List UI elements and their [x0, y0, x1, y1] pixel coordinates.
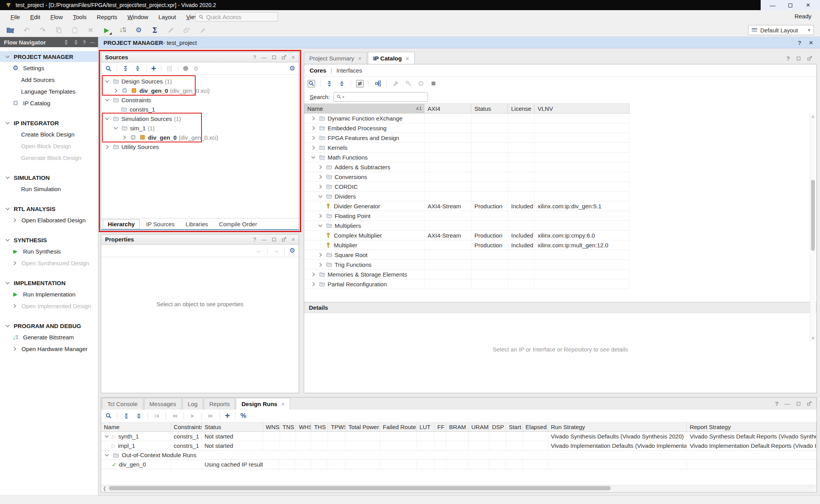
column-header-bram[interactable]: BRAM: [446, 422, 469, 431]
float-icon[interactable]: [282, 55, 287, 60]
minimize-icon[interactable]: —: [90, 39, 95, 45]
column-header-tpws[interactable]: TPWS: [328, 422, 346, 431]
column-header-whs[interactable]: WHS: [296, 422, 311, 431]
chevron-right-icon[interactable]: [317, 252, 323, 258]
category-row-math-functions[interactable]: Math Functions: [304, 153, 629, 162]
create-run-icon[interactable]: +: [225, 413, 230, 419]
collapse-all-icon[interactable]: [122, 65, 129, 72]
category-row-dynamic-function-exchange[interactable]: Dynamic Function eXchange: [304, 114, 629, 123]
sidebar-item-open-hardware-manager[interactable]: Open Hardware Manager: [0, 343, 98, 355]
scroll-left-icon[interactable]: ❬: [103, 486, 107, 491]
minimize-icon[interactable]: —: [261, 54, 267, 60]
chevron-right-icon[interactable]: [310, 115, 316, 121]
ip-row-complex-multiplier[interactable]: Complex MultiplierAXI4-StreamProductionI…: [304, 231, 629, 240]
tab-design-runs[interactable]: Design Runs×: [236, 398, 290, 410]
search-icon[interactable]: [308, 80, 315, 87]
quick-access-input[interactable]: Quick Access: [195, 12, 278, 21]
generate-bitstream-icon[interactable]: ↓0110: [118, 26, 127, 34]
close-icon[interactable]: ×: [406, 55, 409, 62]
category-row-dividers[interactable]: Dividers: [304, 192, 629, 201]
scroll-down-icon[interactable]: ∨: [810, 335, 816, 341]
help-icon[interactable]: ?: [253, 236, 256, 243]
column-header-wns[interactable]: WNS: [263, 422, 280, 431]
category-row-memories---storage-elements[interactable]: Memories & Storage Elements: [304, 270, 629, 279]
category-row-square-root[interactable]: Square Root: [304, 250, 629, 260]
sidebar-item-run-implementation[interactable]: ▶Run Implementation: [0, 288, 98, 300]
chevron-down-icon[interactable]: [317, 223, 323, 229]
sidebar-item-ip-catalog[interactable]: IP Catalog: [0, 97, 98, 109]
help-icon[interactable]: ?: [83, 39, 86, 45]
chevron-down-icon[interactable]: [104, 116, 110, 122]
source-tree-item[interactable]: Utility Sources: [101, 142, 299, 151]
open-recent-project-icon[interactable]: [6, 26, 15, 34]
maximize-icon[interactable]: [272, 55, 276, 60]
run-row-synth_1[interactable]: ▷synth_1constrs_1Not startedVivado Synth…: [101, 432, 816, 441]
minimize-icon[interactable]: —: [767, 2, 779, 9]
column-header-start[interactable]: Start: [506, 422, 523, 431]
chevron-down-icon[interactable]: [113, 125, 119, 131]
menu-layout[interactable]: Layout: [153, 12, 181, 22]
chevron-right-icon[interactable]: [317, 174, 323, 180]
column-header-status[interactable]: Status: [471, 104, 508, 113]
close-icon[interactable]: ×: [281, 401, 285, 407]
sidebar-item-language-templates[interactable]: Language Templates: [0, 85, 98, 97]
close-icon[interactable]: ×: [802, 1, 814, 9]
column-header-axi4[interactable]: AXI4: [424, 104, 471, 113]
source-tree-item[interactable]: constrs_1: [101, 105, 299, 114]
category-row-trig-functions[interactable]: Trig Functions: [304, 260, 629, 270]
run-row-div_gen_0[interactable]: ✓div_gen_0Using cached IP results: [101, 460, 816, 469]
chevron-right-icon[interactable]: [317, 213, 323, 219]
hide-incompatible-filter-icon[interactable]: [356, 80, 364, 87]
search-icon[interactable]: [105, 412, 112, 420]
category-row-kernels[interactable]: Kernels: [304, 143, 629, 153]
collapse-all-icon[interactable]: [63, 39, 69, 46]
column-header-status[interactable]: Status: [202, 422, 263, 431]
chevron-right-icon[interactable]: [310, 145, 316, 151]
sidebar-item-settings[interactable]: ⚙Settings: [0, 62, 98, 74]
horizontal-scrollbar[interactable]: ❬: [102, 485, 816, 491]
ip-row-multiplier[interactable]: MultiplierProductionIncludedxilinx.com:i…: [304, 240, 629, 250]
scrollbar-thumb[interactable]: [811, 180, 815, 251]
chevron-right-icon[interactable]: [310, 281, 316, 287]
sidebar-item-open-block-design[interactable]: Open Block Design: [0, 140, 98, 152]
chevron-right-icon[interactable]: [310, 125, 316, 131]
layout-selector[interactable]: Default Layout ▾: [748, 25, 814, 35]
ip-search-input[interactable]: ▾: [333, 92, 428, 102]
source-tree-item[interactable]: Constraints: [101, 95, 299, 105]
sidebar-item-run-synthesis[interactable]: ▶Run Synthesis: [0, 245, 98, 257]
menu-flow[interactable]: Flow: [45, 12, 68, 22]
sidebar-item-generate-block-design[interactable]: Generate Block Design: [0, 152, 98, 163]
search-icon[interactable]: [105, 65, 112, 72]
sidebar-item-generate-bitstream[interactable]: ↓0110Generate Bitstream: [0, 331, 98, 343]
category-row-embedded-processing[interactable]: Embedded Processing: [304, 123, 629, 133]
tab-hierarchy[interactable]: Hierarchy: [103, 219, 140, 229]
menu-reports[interactable]: Reports: [92, 12, 123, 22]
column-header-run-strategy[interactable]: Run Strategy: [548, 422, 687, 431]
tab-messages[interactable]: Messages: [144, 398, 182, 410]
source-tree-item[interactable]: Simulation Sources (1): [101, 114, 299, 123]
chevron-down-icon[interactable]: [104, 78, 110, 84]
category-row-adders---subtracters[interactable]: Adders & Subtracters: [304, 162, 629, 172]
expand-all-icon[interactable]: [135, 412, 143, 420]
column-header-elapsed[interactable]: Elapsed: [523, 422, 548, 431]
close-icon[interactable]: ×: [809, 39, 813, 47]
help-icon[interactable]: ?: [786, 55, 790, 62]
column-header-ff[interactable]: FF: [435, 422, 446, 431]
tab-reports[interactable]: Reports: [204, 398, 235, 410]
source-tree-item[interactable]: Design Sources (1): [101, 76, 299, 86]
maximize-icon[interactable]: [796, 55, 801, 62]
run-row-impl_1[interactable]: ▷impl_1constrs_1Not startedVivado Implem…: [101, 441, 816, 451]
back-arrow-icon[interactable]: ←: [256, 247, 263, 255]
settings-gear-icon[interactable]: ⚙: [134, 26, 143, 34]
help-icon[interactable]: ?: [253, 54, 256, 60]
chevron-down-icon[interactable]: [104, 97, 110, 103]
maximize-icon[interactable]: [784, 2, 796, 9]
gear-icon[interactable]: ⚙: [289, 247, 295, 255]
column-header-uram[interactable]: URAM: [469, 422, 489, 431]
menu-window[interactable]: Window: [122, 12, 153, 22]
tab-tcl-console[interactable]: Tcl Console: [102, 398, 143, 410]
sidebar-item-create-block-design[interactable]: Create Block Design: [0, 128, 98, 140]
column-header-vlnv[interactable]: VLNV: [535, 104, 629, 113]
category-row-floating-point[interactable]: Floating Point: [304, 211, 629, 221]
ip-row-divider-generator[interactable]: Divider GeneratorAXI4-StreamProductionIn…: [304, 201, 629, 211]
